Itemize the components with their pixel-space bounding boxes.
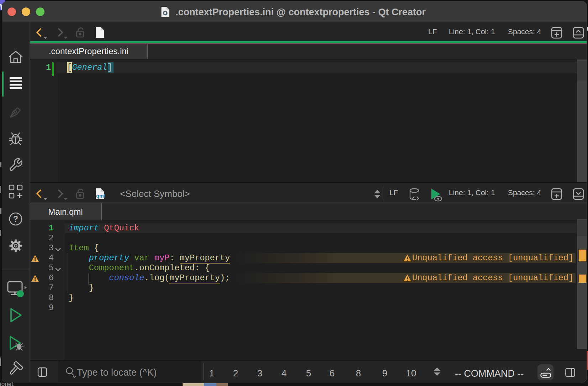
svg-text:qml: qml (96, 193, 105, 199)
svg-text:?: ? (13, 214, 18, 224)
